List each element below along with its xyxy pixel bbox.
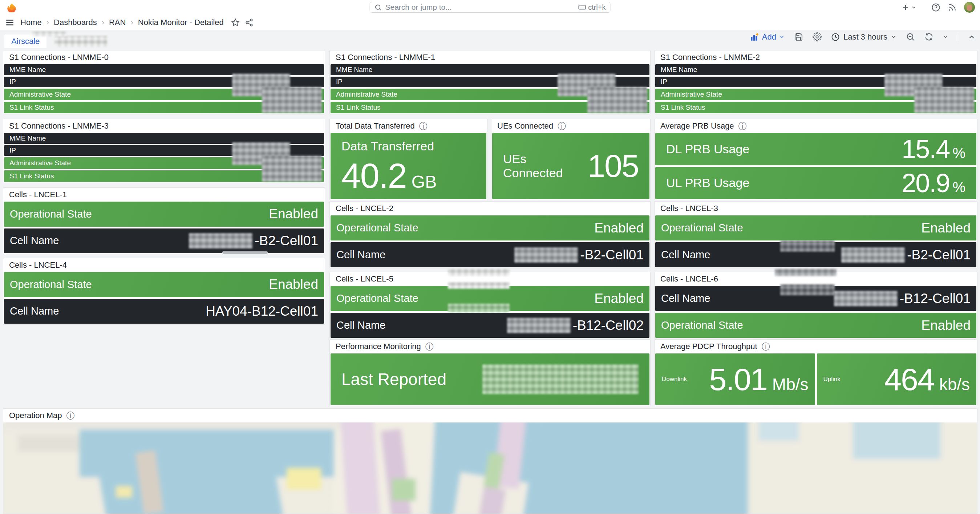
stat-value: Enabled [921,221,970,236]
panel-title[interactable]: Average PRB Usage ⓘ [655,119,977,133]
stat-cell-name: Cell Name -B2-Cell01 [331,242,649,267]
refresh-button[interactable] [924,32,934,41]
tab-redacted[interactable] [54,36,107,47]
search-shortcut: ctrl+k [578,3,606,12]
zoom-out-icon [906,32,915,41]
save-dashboard-button[interactable] [794,32,803,41]
panel-s1-lnmme-1: S1 Connections - LNMME-1 MME Name IP Adm… [329,50,651,115]
stat-operational-state: Operational State Enabled [331,215,649,240]
hamburger-icon [5,18,14,27]
panel-title-text: Cells - LNCEL-3 [660,204,718,213]
chevron-down-icon [943,34,948,40]
panel-total-data-transferred: Total Data Transferred ⓘ Data Transferre… [329,119,487,200]
chevron-up-icon [968,33,976,41]
panel-title-text: S1 Connections - LNMME-1 [336,53,435,62]
breadcrumb-item-dashboards[interactable]: Dashboards [54,18,97,27]
refresh-interval-button[interactable] [943,34,948,40]
stat-label: S1 Link Status [336,103,381,111]
info-icon[interactable]: ⓘ [425,342,434,351]
stat-value-group: 40.2 GB [341,158,476,193]
stat-label: Data Transferred [341,139,476,153]
stat-rows: MME Name IP Administrative StateEnabled … [330,64,650,114]
panel-title[interactable]: Cells - LNCEL-2 [330,202,650,215]
chevron-down-icon [911,5,916,10]
collapse-toolbar-button[interactable] [968,33,976,41]
redacted-text [189,233,253,248]
panel-title[interactable]: Cells - LNCEL-4 [3,258,325,272]
help-button[interactable] [931,3,940,12]
redacted-block [780,241,835,252]
stat-operational-state: Operational State Enabled [4,272,324,297]
panel-title[interactable]: Cells - LNCEL-3 [655,202,977,215]
panel-title[interactable]: S1 Connections - LNMME-3 [3,119,325,133]
stat-label: MME Name [10,134,46,142]
user-avatar[interactable] [964,2,975,13]
panel-title[interactable]: Operation Map ⓘ [3,409,977,422]
panel-s1-lnmme-3: S1 Connections - LNMME-3 MME Name IP Adm… [3,119,325,183]
breadcrumb-item-home[interactable]: Home [20,18,42,27]
panel-title[interactable]: Average PDCP Throughput ⓘ [655,340,977,353]
stat-label: Uplink [823,376,840,383]
tab-airscale[interactable]: Airscale [4,35,46,48]
favorite-button[interactable] [231,18,240,27]
time-range-picker[interactable]: Last 3 hours [831,32,896,42]
stat-value: -B2-Cell01 [580,247,644,263]
dashboard-settings-button[interactable] [813,32,822,41]
info-icon[interactable]: ⓘ [762,342,770,351]
stat-cell-name: Cell Name -B12-Cell02 [331,313,649,338]
breadcrumb-item-ran[interactable]: RAN [109,18,126,27]
share-button[interactable] [245,18,253,27]
stat-unit: GB [412,172,437,192]
new-button[interactable] [901,3,916,12]
panel-title-text: Cells - LNCEL-6 [660,274,718,284]
info-icon[interactable]: ⓘ [738,122,747,130]
panel-ues-connected: UEs Connected ⓘ UEs Connected 105 [491,119,651,200]
panel-title[interactable]: S1 Connections - LNMME-1 [330,51,650,64]
stat-label: Administrative State [661,91,722,99]
stat-operational-state: Operational State Enabled [4,202,324,227]
panel-title[interactable]: Total Data Transferred ⓘ [330,119,487,133]
panel-title[interactable]: UEs Connected ⓘ [492,119,650,133]
rss-icon [948,3,957,12]
save-icon [794,32,803,41]
panel-title-text: Average PDCP Throughput [660,342,757,351]
breadcrumb-bar: Home › Dashboards › RAN › Nokia Monitor … [0,14,980,30]
stat-value-group: -B12-Cell01 [834,291,970,306]
panel-title[interactable]: S1 Connections - LNMME-0 [3,51,325,64]
stat-label: UEs Connected [503,152,587,180]
info-icon[interactable]: ⓘ [67,412,75,420]
stat-value-group: -B12-Cell02 [507,318,644,333]
panel-title-text: Performance Monitoring [336,342,421,351]
panel-title[interactable]: Performance Monitoring ⓘ [330,340,650,353]
stat-cell-name: Cell Name -B2-Cell01 [655,242,976,267]
divider [958,33,958,41]
panel-average-pdcp-throughput: Average PDCP Throughput ⓘ Downlink 5.01 … [654,339,977,406]
grafana-logo-icon[interactable] [6,2,17,12]
info-icon[interactable]: ⓘ [558,122,566,130]
map-canvas[interactable] [3,422,977,514]
panel-title[interactable]: Cells - LNCEL-1 [3,188,325,202]
stat-value: HAY04-B12-Cell01 [205,304,318,319]
zoom-out-time-button[interactable] [906,32,915,41]
divider [924,3,924,12]
scrollbar[interactable] [222,251,268,254]
dashboard-toolbar: Add Last 3 hours [750,29,976,45]
panel-title-text: Operation Map [9,411,62,420]
panel-title[interactable]: S1 Connections - LNMME-2 [655,51,977,64]
stat-value: Enabled [594,291,644,306]
panel-title-text: Cells - LNCEL-1 [9,190,67,199]
stat-label: Administrative State [336,91,398,99]
stat-last-reported: Last Reported [331,353,649,405]
news-button[interactable] [948,3,957,12]
stat-value: 20.9 [902,170,950,196]
nav-actions [901,0,975,14]
search-box[interactable]: ctrl+k [370,2,611,13]
stat-rows: MME Name IP Administrative StateEnabled … [3,64,325,114]
breadcrumb-separator: › [130,18,133,27]
stat-operational-state: Operational State Enabled [655,313,976,338]
panel-cells-lncel-2: Cells - LNCEL-2 Operational State Enable… [329,201,651,269]
add-panel-button[interactable]: Add [750,32,784,42]
search-input[interactable] [385,3,575,12]
info-icon[interactable]: ⓘ [419,122,428,130]
menu-button[interactable] [5,18,14,27]
